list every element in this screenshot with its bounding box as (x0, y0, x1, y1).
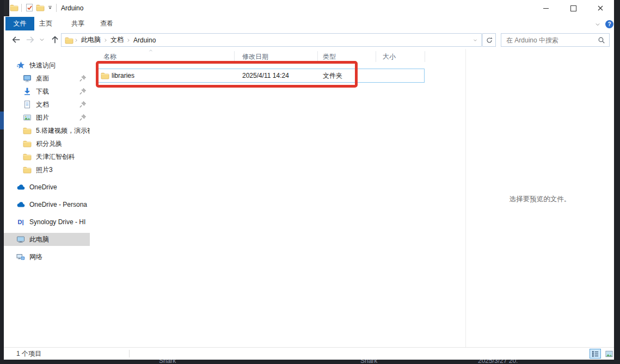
column-divider[interactable] (425, 51, 425, 62)
back-button[interactable] (11, 35, 22, 45)
column-header-name[interactable]: 名称 (103, 51, 116, 62)
chevron-right-icon[interactable] (126, 38, 131, 43)
up-button[interactable] (50, 35, 60, 45)
expand-ribbon-icon[interactable] (594, 22, 601, 27)
tab-home[interactable]: 主页 (34, 17, 58, 30)
sidebar-item-label: 下载 (36, 87, 83, 96)
sidebar-item-folder[interactable]: 天津汇智创科 (4, 150, 90, 163)
file-list: 名称 修改日期 类型 大小 libraries 2025/4/11 14:24 … (90, 49, 465, 347)
folder-icon (23, 139, 32, 148)
sidebar-item-pictures[interactable]: 图片 (4, 111, 90, 124)
details-view-icon (591, 350, 599, 358)
chevron-right-icon[interactable] (103, 38, 108, 43)
recent-locations-icon[interactable] (39, 37, 45, 42)
folder-icon (23, 126, 32, 135)
minimize-icon (543, 8, 549, 9)
help-button[interactable]: ? (605, 20, 613, 28)
preview-message: 选择要预览的文件。 (466, 195, 614, 204)
sidebar-item-label: 照片3 (36, 165, 90, 175)
sidebar-item-folder[interactable]: 积分兑换 (4, 137, 90, 150)
column-divider[interactable] (317, 51, 318, 62)
tab-view[interactable]: 查看 (95, 17, 119, 30)
close-button[interactable] (587, 0, 614, 16)
location-folder-icon (65, 36, 73, 45)
sidebar-item-desktop[interactable]: 桌面 (4, 72, 90, 85)
thumbnails-view-button[interactable] (603, 349, 615, 359)
refresh-icon (486, 36, 493, 44)
downloads-icon (23, 87, 32, 96)
screen: Shark Shark 2025/3/27 20: Arduino 文件 主页 … (0, 0, 620, 364)
breadcrumb-documents[interactable]: 文档 (108, 35, 126, 45)
item-count: 1 个项目 (16, 349, 41, 359)
breadcrumb-arduino[interactable]: Arduino (131, 36, 158, 44)
tab-share[interactable]: 共享 (66, 17, 90, 30)
new-folder-quick-icon[interactable] (36, 3, 45, 12)
folder-icon (23, 152, 32, 161)
pictures-icon (23, 113, 32, 122)
sidebar-item-this-pc[interactable]: 此电脑 (4, 233, 90, 246)
properties-quick-icon[interactable] (25, 3, 34, 12)
navigation-pane: 快速访问 桌面 下载 文档 (4, 49, 90, 347)
ribbon-tab-bar: 文件 主页 共享 查看 (4, 16, 614, 32)
highlight-annotation (96, 61, 358, 88)
synology-drive-icon: D| (16, 219, 25, 225)
breadcrumb-this-pc[interactable]: 此电脑 (79, 35, 103, 45)
explorer-app-icon (10, 3, 19, 12)
pin-icon (79, 101, 87, 108)
folder-icon (23, 165, 32, 174)
customize-toolbar-icon[interactable] (47, 3, 53, 12)
sidebar-item-synology-drive[interactable]: D| Synology Drive - HI (4, 215, 90, 229)
column-divider[interactable] (234, 51, 235, 62)
forward-button[interactable] (24, 35, 35, 45)
sidebar-item-label: 图片 (36, 113, 83, 122)
pin-icon (79, 114, 87, 121)
background-notch (4, 0, 9, 16)
sidebar-item-network[interactable]: 网络 (4, 250, 90, 263)
sidebar-item-onedrive[interactable]: OneDrive (4, 181, 90, 194)
sort-ascending-icon (148, 48, 154, 53)
search-input[interactable] (505, 36, 598, 45)
quick-access-star-icon (16, 61, 25, 70)
address-bar[interactable]: 此电脑 文档 Arduino (61, 33, 482, 47)
sidebar-item-label: 5.搭建视频，演示视 (36, 126, 90, 135)
this-pc-icon (16, 235, 25, 244)
sidebar-item-folder[interactable]: 照片3 (4, 163, 90, 176)
minimize-button[interactable] (532, 0, 560, 16)
chevron-right-icon[interactable] (74, 38, 78, 43)
sidebar-item-quick-access[interactable]: 快速访问 (4, 59, 90, 72)
background-window-fragment (0, 112, 4, 129)
search-icon[interactable] (598, 36, 605, 44)
window-title: Arduino (61, 4, 83, 12)
sidebar-item-documents[interactable]: 文档 (4, 98, 90, 111)
onedrive-cloud-icon (16, 200, 25, 209)
sidebar-item-label: OneDrive (29, 183, 90, 191)
column-header-size[interactable]: 大小 (383, 51, 396, 62)
pin-icon (79, 75, 87, 82)
sidebar-item-label: 网络 (29, 252, 90, 262)
main-area: 快速访问 桌面 下载 文档 (4, 49, 614, 347)
desktop-icon (23, 74, 32, 83)
preview-pane: 选择要预览的文件。 (465, 49, 614, 347)
documents-icon (23, 100, 32, 109)
search-box (501, 33, 610, 47)
thumbnails-view-icon (605, 350, 613, 358)
address-toolbar: 此电脑 文档 Arduino (4, 31, 614, 50)
explorer-window: Arduino 文件 主页 共享 查看 ? 此电脑 文档 (4, 0, 614, 359)
sidebar-item-label: 此电脑 (29, 235, 90, 244)
status-bar: 1 个项目 (4, 347, 614, 360)
details-view-button[interactable] (590, 349, 601, 359)
sidebar-item-folder[interactable]: 5.搭建视频，演示视 (4, 124, 90, 137)
column-header-date-modified[interactable]: 修改日期 (242, 51, 268, 62)
address-dropdown-icon[interactable] (472, 38, 478, 42)
sidebar-item-label: OneDrive - Persona (29, 201, 90, 208)
divider (21, 4, 22, 12)
maximize-button[interactable] (560, 0, 587, 16)
column-divider[interactable] (376, 51, 376, 62)
refresh-button[interactable] (482, 33, 496, 47)
sidebar-item-label: 快速访问 (29, 61, 90, 70)
sidebar-item-downloads[interactable]: 下载 (4, 85, 90, 98)
column-header-type[interactable]: 类型 (323, 51, 336, 62)
sidebar-item-onedrive-personal[interactable]: OneDrive - Persona (4, 198, 90, 211)
network-icon (16, 252, 25, 261)
tab-file[interactable]: 文件 (5, 17, 34, 30)
